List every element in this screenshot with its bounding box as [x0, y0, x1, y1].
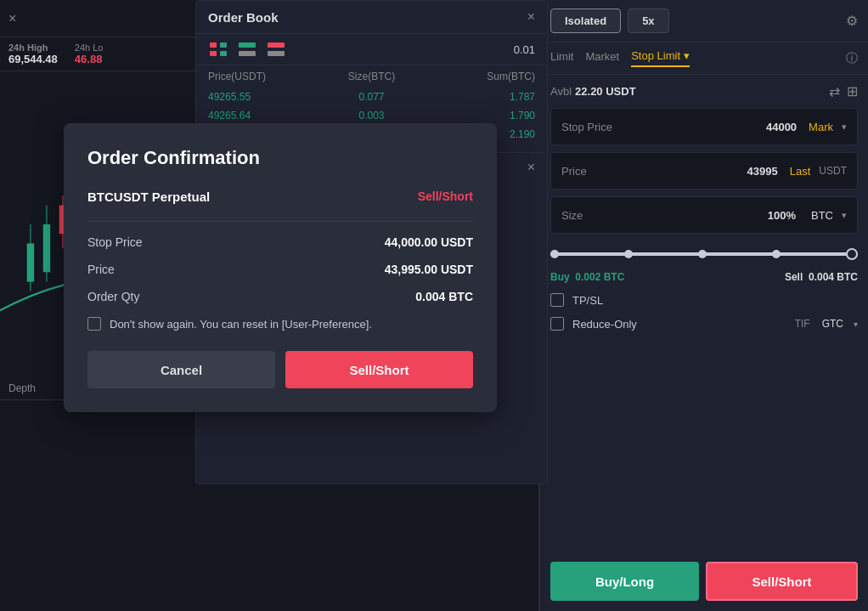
svg-rect-16 — [239, 42, 256, 48]
tab-stop-limit[interactable]: Stop Limit ▾ — [631, 49, 690, 67]
size-field[interactable]: Size 100% BTC ▾ — [550, 196, 858, 234]
modal-title: Order Confirmation — [87, 147, 473, 169]
action-buttons: Buy/Long Sell/Short — [540, 552, 868, 611]
table-row: 49265.55 0.077 1.787 — [208, 88, 535, 106]
reduce-only-row: Reduce-Only TIF GTC ▾ — [540, 314, 868, 334]
close-icon-left[interactable]: × — [8, 11, 16, 26]
col-sum: Sum(BTC) — [426, 71, 535, 82]
svg-rect-15 — [220, 51, 227, 56]
size-field-value: 100% — [768, 209, 796, 222]
info-icon[interactable]: ⓘ — [846, 51, 858, 66]
isolated-button[interactable]: Isolated — [550, 8, 621, 33]
tab-stop-limit-arrow: ▾ — [684, 49, 690, 62]
ob-layout-icon-3[interactable] — [266, 41, 286, 58]
svg-rect-17 — [239, 51, 256, 56]
tp-sl-row: TP/SL — [540, 286, 868, 314]
tab-limit[interactable]: Limit — [550, 50, 573, 66]
avbl-actions: ⇄ ⊞ — [829, 83, 858, 99]
modal-stop-price-label: Stop Price — [87, 235, 143, 249]
modal-stop-price-value: 44,000.00 USDT — [385, 235, 473, 249]
tif-value: GTC — [822, 318, 843, 330]
svg-rect-19 — [268, 51, 285, 56]
size-unit-tag[interactable]: BTC — [806, 207, 838, 223]
slider-dot-50[interactable] — [698, 250, 707, 258]
size-field-label: Size — [561, 209, 768, 222]
stop-price-arrow: ▾ — [842, 122, 847, 133]
reduce-only-label: Reduce-Only — [572, 318, 786, 331]
tif-label: TIF — [795, 318, 810, 330]
price-field-value: 43995 — [747, 165, 778, 178]
sell-btc-value: 0.004 BTC — [809, 271, 858, 283]
dont-show-checkbox[interactable] — [87, 317, 101, 331]
col-price: Price(USDT) — [208, 71, 317, 82]
price-unit: USDT — [819, 165, 847, 177]
modal-side: Sell/Short — [418, 190, 473, 204]
buy-btc-value: 0.002 BTC — [575, 271, 624, 283]
slider-container[interactable] — [540, 240, 868, 268]
stat-24h-low: 24h Lo 46.88 — [75, 42, 104, 65]
orderbook-title: Order Book — [208, 10, 279, 25]
buy-label: Buy — [550, 271, 570, 283]
stat-24h-high: 24h High 69,544.48 — [8, 42, 58, 65]
modal-pair-row: BTCUSDT Perpetual Sell/Short — [87, 190, 473, 204]
buy-info: Buy 0.002 BTC — [550, 271, 624, 283]
stop-price-field-label: Stop Price — [561, 121, 766, 133]
slider-dot-100[interactable] — [846, 248, 858, 260]
ob-layout-icon-2[interactable] — [237, 41, 257, 58]
price-field[interactable]: Price 43995 Last USDT — [550, 152, 858, 190]
ob-size-select[interactable]: 0.01 — [514, 43, 535, 56]
table-row: 49265.64 0.003 1.790 — [208, 106, 535, 125]
size-arrow: ▾ — [842, 210, 847, 221]
slider-dot-75[interactable] — [772, 250, 781, 258]
tab-stop-limit-label: Stop Limit — [631, 49, 680, 62]
slider-dot-0[interactable] — [550, 250, 559, 258]
buy-sell-info: Buy 0.002 BTC Sell 0.004 BTC — [540, 268, 868, 286]
svg-rect-14 — [210, 51, 217, 56]
modal-pair-name: BTCUSDT Perpetual — [87, 190, 210, 204]
col-size: Size(BTC) — [317, 71, 426, 82]
tab-market[interactable]: Market — [585, 50, 619, 66]
avbl-label: Avbl — [550, 85, 572, 98]
svg-rect-13 — [220, 42, 227, 48]
modal-stop-price-row: Stop Price 44,000.00 USDT — [87, 235, 473, 249]
stop-price-field[interactable]: Stop Price 44000 Mark ▾ — [550, 108, 858, 145]
margin-bar: Isolated 5x ⚙ — [540, 0, 868, 42]
avbl-row: Avbl 22.20 USDT ⇄ ⊞ — [540, 75, 868, 108]
buy-long-button[interactable]: Buy/Long — [550, 562, 699, 601]
tp-sl-checkbox[interactable] — [550, 293, 564, 307]
order-type-tabs: Limit Market Stop Limit ▾ ⓘ — [540, 42, 868, 75]
price-tag[interactable]: Last — [785, 163, 816, 179]
tif-arrow[interactable]: ▾ — [854, 320, 858, 329]
calculator-icon[interactable]: ⊞ — [847, 83, 858, 99]
modal-qty-row: Order Qty 0.004 BTC — [87, 290, 473, 303]
stop-price-tag[interactable]: Mark — [803, 119, 838, 135]
svg-rect-18 — [268, 42, 285, 48]
leverage-button[interactable]: 5x — [628, 8, 668, 33]
modal-price-value: 43,995.00 USDT — [385, 263, 473, 276]
modal-divider-1 — [87, 221, 473, 222]
dont-show-label: Don't show again. You can reset in [User… — [110, 318, 372, 331]
sell-short-modal-button[interactable]: Sell/Short — [285, 351, 473, 388]
tp-sl-label: TP/SL — [572, 294, 603, 307]
modal-price-label: Price — [87, 263, 115, 276]
sell-short-main-button[interactable]: Sell/Short — [706, 562, 858, 601]
sell-label: Sell — [785, 271, 803, 283]
orderbook-header: Order Book × — [196, 1, 547, 34]
orderbook-toolbar: 0.01 — [196, 34, 547, 65]
transfer-icon[interactable]: ⇄ — [829, 83, 840, 99]
slider-dot-25[interactable] — [624, 250, 633, 258]
right-panel: Isolated 5x ⚙ Limit Market Stop Limit ▾ … — [539, 0, 868, 611]
modal-buttons: Cancel Sell/Short — [87, 351, 473, 388]
modal-qty-value: 0.004 BTC — [415, 290, 473, 303]
modal-price-row: Price 43,995.00 USDT — [87, 263, 473, 276]
cancel-button[interactable]: Cancel — [87, 351, 275, 388]
reduce-only-checkbox[interactable] — [550, 317, 564, 331]
order-confirmation-modal: Order Confirmation BTCUSDT Perpetual Sel… — [64, 123, 497, 412]
ob-layout-icon-1[interactable] — [208, 41, 228, 58]
orderbook-close-btn[interactable]: × — [527, 9, 535, 25]
settings-icon[interactable]: ⚙ — [846, 13, 858, 29]
trades-close-btn[interactable]: × — [527, 160, 535, 175]
avbl-value: 22.20 USDT — [575, 85, 636, 98]
sell-info: Sell 0.004 BTC — [785, 271, 858, 283]
orderbook-columns: Price(USDT) Size(BTC) Sum(BTC) — [196, 65, 547, 88]
